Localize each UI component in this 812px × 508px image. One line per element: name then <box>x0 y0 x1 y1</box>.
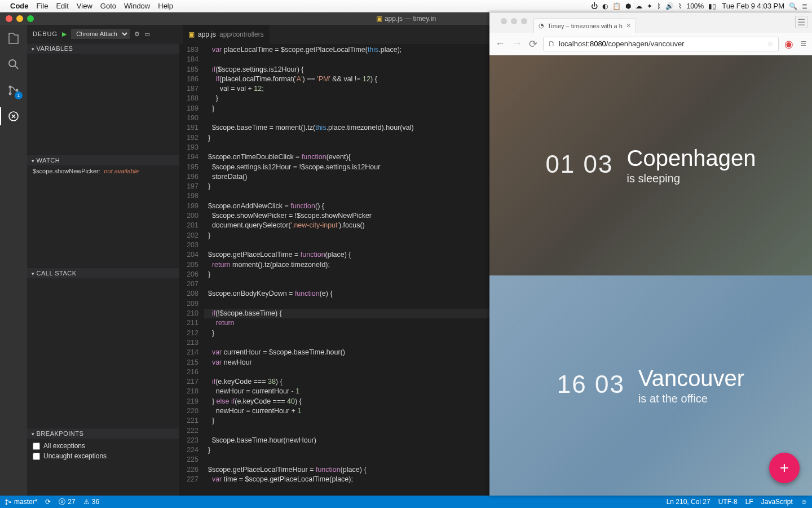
statusitem-icon[interactable]: ✦ <box>647 2 652 10</box>
watch-value: not available <box>104 168 139 174</box>
page-content: 01 03 Copenhagen is sleeping 16 03 Vanco… <box>489 55 812 496</box>
file-js-icon: ▣ <box>188 30 195 38</box>
debug-sidebar: DEBUG ▶ Chrome Attach ⚙ ▭ VARIABLES WATC… <box>27 25 179 496</box>
city-status: is at the office <box>638 392 744 405</box>
section-callstack[interactable]: CALL STACK <box>27 268 179 278</box>
start-debug-button[interactable]: ▶ <box>62 30 67 38</box>
status-encoding[interactable]: UTF-8 <box>718 498 738 506</box>
menu-goto[interactable]: Goto <box>100 2 116 10</box>
zoom-window-button[interactable] <box>521 18 527 24</box>
svg-point-0 <box>9 60 16 67</box>
back-button[interactable]: ← <box>494 38 506 50</box>
statusitem-icon[interactable]: ◐ <box>602 2 608 10</box>
city-card-vancouver[interactable]: 16 03 Vancouver is at the office + <box>489 275 812 496</box>
section-variables[interactable]: VARIABLES <box>27 43 179 54</box>
tab-title: Timey – timezones with a h <box>548 23 623 29</box>
zoom-window-button[interactable] <box>27 15 34 22</box>
status-errors[interactable]: ⓧ 27 <box>59 497 75 507</box>
wifi-icon[interactable]: ⌇ <box>678 2 682 10</box>
tab-filename: app.js <box>198 30 216 38</box>
chrome-profile-button[interactable]: ☰ <box>795 16 807 28</box>
chrome-menu-icon[interactable]: ≡ <box>799 38 807 50</box>
extension-icon[interactable]: ◉ <box>783 38 795 50</box>
spotlight-icon[interactable]: 🔍 <box>789 2 797 10</box>
city-status: is sleeping <box>627 172 756 185</box>
activity-explorer[interactable] <box>6 30 21 46</box>
activity-scm[interactable]: 1 <box>6 82 21 98</box>
statusitem-icon[interactable]: ☁ <box>636 2 642 10</box>
menu-view[interactable]: View <box>77 2 92 10</box>
window-controls <box>0 15 34 22</box>
file-js-icon: ▣ <box>376 15 382 23</box>
app-name[interactable]: Code <box>10 2 29 10</box>
battery-icon[interactable]: ▮▯ <box>708 2 716 10</box>
bp-all-exceptions-checkbox[interactable] <box>33 443 40 450</box>
forward-button[interactable]: → <box>511 38 523 50</box>
reload-button[interactable]: ⟳ <box>528 38 539 50</box>
volume-icon[interactable]: 🔊 <box>665 2 674 10</box>
menu-help[interactable]: Help <box>158 2 173 10</box>
city-card-copenhagen[interactable]: 01 03 Copenhagen is sleeping <box>489 55 812 275</box>
tab-path: app/controllers <box>219 30 264 38</box>
status-warnings[interactable]: ⚠ 36 <box>83 498 99 506</box>
dropbox-icon[interactable]: ⬢ <box>625 2 631 10</box>
window-title: app.js — timey.in <box>385 15 436 23</box>
status-feedback-icon[interactable]: ☺ <box>801 498 807 506</box>
status-eol[interactable]: LF <box>745 498 753 506</box>
status-language[interactable]: JavaScript <box>761 498 793 506</box>
bp-uncaught-label: Uncaught exceptions <box>43 452 107 460</box>
evernote-icon[interactable]: 📋 <box>612 2 621 10</box>
close-window-button[interactable] <box>6 15 12 22</box>
browser-tabstrip: ◔ Timey – timezones with a h ✕ ☰ <box>489 12 812 33</box>
watch-expression[interactable]: $scope.showNewPicker: <box>33 168 100 174</box>
debug-heading: DEBUG <box>33 30 58 37</box>
address-bar[interactable]: 🗋 localhost:8080/copenhagen/vancouver ☆ <box>543 37 779 51</box>
macos-menubar: Code File Edit View Goto Window Help ⏻ ◐… <box>0 0 812 12</box>
site-info-icon[interactable]: 🗋 <box>548 40 555 48</box>
browser-tab[interactable]: ◔ Timey – timezones with a h ✕ <box>533 18 636 33</box>
bp-all-exceptions-label: All exceptions <box>43 442 85 450</box>
scm-badge: 1 <box>15 91 23 99</box>
section-breakpoints[interactable]: BREAKPOINTS <box>27 428 179 439</box>
minimize-window-button[interactable] <box>511 18 517 24</box>
bookmark-icon[interactable]: ☆ <box>767 40 774 48</box>
debug-console-icon[interactable]: ▭ <box>144 30 150 38</box>
activity-search[interactable] <box>6 56 21 72</box>
activity-bar: 1 <box>0 25 27 496</box>
bp-uncaught-checkbox[interactable] <box>33 453 40 460</box>
city-time: 16 03 <box>557 370 625 398</box>
svg-point-5 <box>6 499 7 501</box>
debug-settings-icon[interactable]: ⚙ <box>134 30 140 38</box>
close-window-button[interactable] <box>501 18 507 24</box>
status-cursor[interactable]: Ln 210, Col 27 <box>667 498 710 506</box>
menu-file[interactable]: File <box>37 2 48 10</box>
menubar-clock[interactable]: Tue Feb 9 4:03 PM <box>722 2 784 10</box>
browser-toolbar: ← → ⟳ 🗋 localhost:8080/copenhagen/vancou… <box>489 33 812 55</box>
editor-tab[interactable]: ▣ app.js app/controllers <box>183 25 270 44</box>
status-sync[interactable]: ⟳ <box>45 498 51 506</box>
city-time: 01 03 <box>545 150 613 178</box>
svg-point-7 <box>9 501 11 502</box>
city-name: Vancouver <box>638 366 744 391</box>
minimize-window-button[interactable] <box>16 15 23 22</box>
svg-point-1 <box>9 86 12 89</box>
browser-window: ◔ Timey – timezones with a h ✕ ☰ ← → ⟳ 🗋… <box>489 12 812 496</box>
line-gutter: 183 184 185 186 187 188 189 190 191 192 … <box>179 44 204 496</box>
notification-center-icon[interactable]: ≣ <box>802 2 807 10</box>
menu-edit[interactable]: Edit <box>56 2 68 10</box>
status-branch[interactable]: master* <box>5 498 37 506</box>
status-bar: master* ⟳ ⓧ 27 ⚠ 36 Ln 210, Col 27 UTF-8… <box>0 496 812 508</box>
activity-debug[interactable] <box>6 108 21 124</box>
favicon-icon: ◔ <box>539 22 544 29</box>
debug-config-select[interactable]: Chrome Attach <box>71 29 130 39</box>
city-name: Copenhagen <box>627 146 756 171</box>
section-watch[interactable]: WATCH <box>27 155 179 165</box>
statusitem-icon[interactable]: ⏻ <box>591 2 598 10</box>
menu-window[interactable]: Window <box>124 2 150 10</box>
bluetooth-icon[interactable]: ᛒ <box>657 2 661 10</box>
battery-label: 100% <box>686 2 704 10</box>
close-tab-icon[interactable]: ✕ <box>626 22 631 29</box>
add-city-fab[interactable]: + <box>769 453 800 483</box>
svg-point-2 <box>9 93 12 95</box>
svg-point-6 <box>6 503 7 505</box>
